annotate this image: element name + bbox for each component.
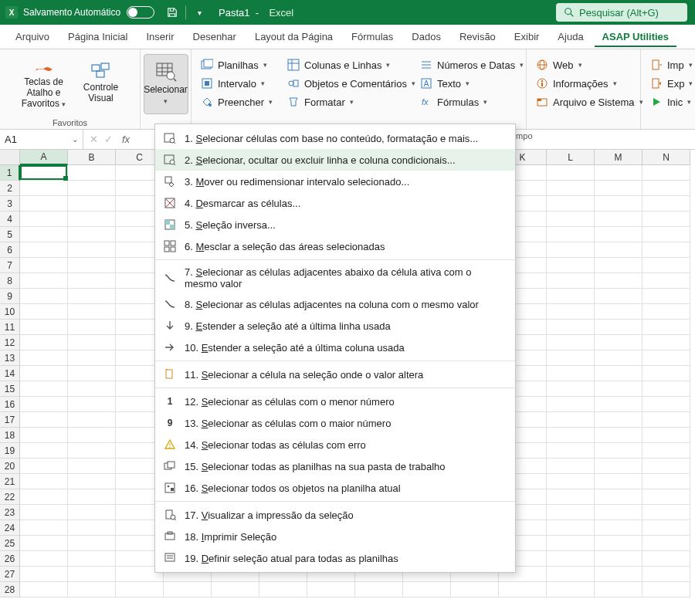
cell-J28[interactable]	[451, 582, 499, 597]
tab-ajuda[interactable]: Ajuda	[550, 26, 591, 47]
cell-N27[interactable]	[642, 567, 690, 582]
qat-customize[interactable]: ▾	[191, 4, 208, 21]
cell-B12[interactable]	[68, 335, 116, 350]
cell-H28[interactable]	[355, 582, 403, 597]
cell-B16[interactable]	[68, 397, 116, 412]
row-header-21[interactable]: 21	[0, 474, 20, 489]
cell-M6[interactable]	[595, 242, 642, 258]
row-header-4[interactable]: 4	[0, 212, 20, 227]
cell-M16[interactable]	[595, 397, 642, 412]
cell-N1[interactable]	[642, 165, 690, 181]
cell-M24[interactable]	[595, 520, 642, 536]
tab-exibir[interactable]: Exibir	[507, 26, 548, 47]
row-header-19[interactable]: 19	[0, 443, 20, 459]
select-menu-item-14[interactable]: 14. Selecionar todas as células com erro	[155, 434, 515, 455]
cell-B17[interactable]	[68, 412, 116, 428]
row-header-7[interactable]: 7	[0, 258, 20, 273]
row-header-13[interactable]: 13	[0, 350, 20, 366]
cell-B13[interactable]	[68, 350, 116, 366]
cell-N15[interactable]	[642, 381, 690, 397]
cell-B10[interactable]	[68, 304, 116, 320]
cell-N24[interactable]	[642, 520, 690, 536]
cell-B18[interactable]	[68, 428, 116, 443]
cell-M26[interactable]	[595, 551, 642, 567]
cell-M11[interactable]	[595, 320, 642, 335]
cell-M20[interactable]	[595, 459, 642, 474]
row-header-18[interactable]: 18	[0, 428, 20, 443]
cell-N2[interactable]	[642, 181, 690, 196]
cell-M28[interactable]	[595, 582, 642, 597]
imp-menu[interactable]: Imp ▾	[647, 57, 695, 73]
cell-B4[interactable]	[68, 212, 116, 227]
select-menu-item-6[interactable]: 6. Mesclar a seleção das áreas seleciona…	[155, 235, 515, 257]
row-header-16[interactable]: 16	[0, 397, 20, 412]
row-header-28[interactable]: 28	[0, 582, 20, 597]
objetos-e-coment-rios-menu[interactable]: Objetos e Comentários ▾	[284, 76, 419, 91]
cell-M21[interactable]	[595, 474, 642, 489]
row-header-22[interactable]: 22	[0, 489, 20, 505]
cell-N3[interactable]	[642, 196, 690, 212]
cell-B6[interactable]	[68, 242, 116, 258]
informa-es-menu[interactable]: Informações ▾	[533, 76, 646, 91]
row-header-25[interactable]: 25	[0, 536, 20, 551]
row-header-10[interactable]: 10	[0, 304, 20, 320]
select-menu-item-13[interactable]: 913. Selecionar as células com o maior n…	[155, 412, 515, 434]
row-header-12[interactable]: 12	[0, 335, 20, 350]
cell-L22[interactable]	[547, 489, 595, 505]
cell-N9[interactable]	[642, 289, 690, 304]
cell-A25[interactable]	[20, 536, 68, 551]
cell-M22[interactable]	[595, 489, 642, 505]
cell-A16[interactable]	[20, 397, 68, 412]
cell-N12[interactable]	[642, 335, 690, 350]
tab-inserir[interactable]: Inserir	[138, 26, 181, 47]
cell-A5[interactable]	[20, 227, 68, 242]
tab-f-rmulas[interactable]: Fórmulas	[344, 26, 401, 47]
tab-revis-o[interactable]: Revisão	[452, 26, 503, 47]
select-all-corner[interactable]	[0, 150, 20, 165]
tab-p-gina-inicial[interactable]: Página Inicial	[60, 26, 135, 47]
cell-A7[interactable]	[20, 258, 68, 273]
cell-A8[interactable]	[20, 273, 68, 289]
cell-M3[interactable]	[595, 196, 642, 212]
cell-N26[interactable]	[642, 551, 690, 567]
select-menu-item-11[interactable]: 11. Selecionar a célula na seleção onde …	[155, 364, 515, 385]
cell-M2[interactable]	[595, 181, 642, 196]
cell-B24[interactable]	[68, 520, 116, 536]
cell-L8[interactable]	[547, 273, 595, 289]
cell-L23[interactable]	[547, 505, 595, 520]
cell-N21[interactable]	[642, 474, 690, 489]
select-menu-button[interactable]: Selecionar▾	[144, 54, 188, 114]
cell-K28[interactable]	[499, 582, 547, 597]
row-header-8[interactable]: 8	[0, 273, 20, 289]
tab-asap-utilities[interactable]: ASAP Utilities	[595, 26, 676, 47]
cell-N14[interactable]	[642, 366, 690, 381]
cell-M17[interactable]	[595, 412, 642, 428]
cell-A19[interactable]	[20, 443, 68, 459]
colunas-e-linhas-menu[interactable]: Colunas e Linhas ▾	[284, 57, 419, 73]
cell-A21[interactable]	[20, 474, 68, 489]
row-header-26[interactable]: 26	[0, 551, 20, 567]
cell-L12[interactable]	[547, 335, 595, 350]
cell-A27[interactable]	[20, 567, 68, 582]
select-menu-item-19[interactable]: 19. Definir seleção atual para todas as …	[155, 547, 515, 569]
cell-I28[interactable]	[403, 582, 451, 597]
cell-L9[interactable]	[547, 289, 595, 304]
cell-L4[interactable]	[547, 212, 595, 227]
cell-L16[interactable]	[547, 397, 595, 412]
cell-B28[interactable]	[68, 582, 116, 597]
cell-L14[interactable]	[547, 366, 595, 381]
cell-A2[interactable]	[20, 181, 68, 196]
cell-M14[interactable]	[595, 366, 642, 381]
cell-B23[interactable]	[68, 505, 116, 520]
row-header-17[interactable]: 17	[0, 412, 20, 428]
cell-A23[interactable]	[20, 505, 68, 520]
fx-icon[interactable]: fx	[122, 134, 130, 145]
row-header-5[interactable]: 5	[0, 227, 20, 242]
cell-M27[interactable]	[595, 567, 642, 582]
cell-B1[interactable]	[68, 165, 116, 181]
select-menu-item-4[interactable]: 4. Desmarcar as células...	[155, 192, 515, 214]
row-header-6[interactable]: 6	[0, 242, 20, 258]
cell-B25[interactable]	[68, 536, 116, 551]
cell-E28[interactable]	[212, 582, 259, 597]
cell-G28[interactable]	[307, 582, 355, 597]
